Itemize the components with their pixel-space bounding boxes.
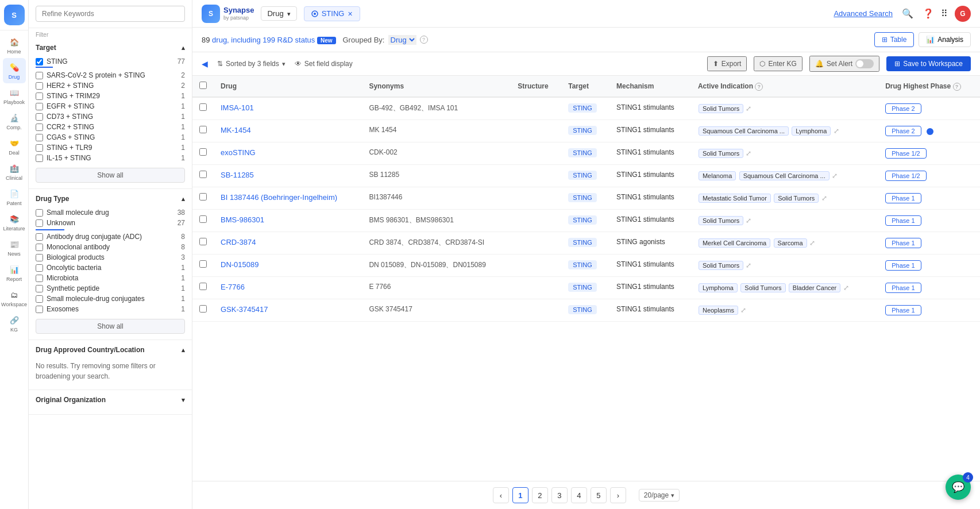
drug-link-8[interactable]: E-7766 [221,283,245,291]
row-checkbox-8[interactable] [199,283,207,290]
help-icon[interactable]: ❓ [923,8,934,19]
drug-type-checkbox-bio[interactable] [36,254,43,261]
expand-indication-icon-9[interactable]: ⤢ [740,306,746,314]
drug-link-7[interactable]: DN-015089 [221,260,259,269]
indication-info-icon[interactable]: ? [755,83,763,91]
per-page-select[interactable]: 20/page [639,489,680,502]
target-checkbox-tlr9[interactable] [36,144,43,152]
advanced-search-link[interactable]: Advanced Search [834,9,893,18]
target-checkbox-sars[interactable] [36,72,43,79]
expand-indication-icon-4[interactable]: ⤢ [821,194,827,202]
expand-indication-icon-6[interactable]: ⤢ [809,239,815,247]
target-checkbox-her2[interactable] [36,82,43,90]
row-checkbox-9[interactable] [199,305,207,313]
drug-type-checkbox-smc[interactable] [36,295,43,303]
nav-kg[interactable]: 🔗 KG [3,311,26,336]
refine-keywords-input[interactable] [36,6,185,22]
drug-type-show-all-button[interactable]: Show all [36,319,185,334]
drug-link-9[interactable]: GSK-3745417 [221,305,268,314]
expand-indication-icon-0[interactable]: ⤢ [746,105,751,113]
drug-type-checkbox-onco[interactable] [36,264,43,272]
drug-link-2[interactable]: exoSTING [221,148,256,157]
nav-news[interactable]: 📰 News [3,235,26,260]
row-checkbox-5[interactable] [199,215,207,223]
page-1-button[interactable]: 1 [512,487,528,503]
nav-comp[interactable]: 🔬 Comp. [3,109,26,134]
nav-report[interactable]: 📊 Report [3,260,26,286]
drug-type-checkbox-adc[interactable] [36,233,43,241]
page-prev-button[interactable]: ‹ [493,487,509,503]
expand-indication-icon-2[interactable]: ⤢ [746,149,751,157]
floating-chat-button[interactable]: 💬 4 [946,475,971,500]
target-checkbox-egfr[interactable] [36,103,43,110]
approved-country-section-header[interactable]: Drug Approved Country/Location [36,346,185,354]
table-view-button[interactable]: ⊞ Table [874,32,915,47]
page-2-button[interactable]: 2 [532,487,548,503]
save-workspace-button[interactable]: ⊞ Save to Workspace [886,56,971,71]
drug-type-checkbox-unknown[interactable] [36,219,43,227]
row-checkbox-0[interactable] [199,103,207,111]
page-4-button[interactable]: 4 [571,487,587,503]
results-rd-link[interactable]: drug, including 199 R&D status [212,36,315,44]
grouped-by-select[interactable]: Drug [388,35,416,45]
row-checkbox-1[interactable] [199,126,207,133]
analysis-view-button[interactable]: 📊 Analysis [919,32,971,47]
sting-tab-close[interactable]: × [348,9,352,18]
target-checkbox-cd73[interactable] [36,113,43,121]
drug-type-checkbox-small[interactable] [36,209,43,217]
search-icon[interactable]: 🔍 [902,8,913,19]
drug-link-6[interactable]: CRD-3874 [221,238,256,246]
original-org-section-header[interactable]: Original Organization [36,396,185,404]
user-avatar[interactable]: G [955,6,971,22]
collapse-panel-button[interactable]: ◀ [202,59,208,68]
nav-workspace[interactable]: 🗂 Workspace [3,286,26,311]
target-checkbox-ccr2[interactable] [36,124,43,131]
set-alert-button[interactable]: 🔔 Set Alert [809,56,879,72]
page-5-button[interactable]: 5 [591,487,607,503]
expand-indication-icon-1[interactable]: ⤢ [834,127,839,135]
target-show-all-button[interactable]: Show all [36,168,185,183]
drug-dropdown[interactable]: Drug [261,6,296,21]
nav-literature[interactable]: 📚 Literature [3,210,26,235]
set-field-display[interactable]: 👁 Set field display [295,60,353,68]
expand-indication-icon-8[interactable]: ⤢ [843,284,849,292]
row-checkbox-3[interactable] [199,171,207,178]
target-section-header[interactable]: Target [36,44,185,52]
expand-indication-icon-7[interactable]: ⤢ [746,261,751,269]
enter-kg-button[interactable]: ⬡ Enter KG [754,56,802,71]
alert-toggle[interactable] [855,59,874,68]
expand-indication-icon-3[interactable]: ⤢ [832,172,838,180]
sorted-by[interactable]: ⇅ Sorted by 3 fields [217,60,285,68]
page-3-button[interactable]: 3 [551,487,568,503]
drug-type-checkbox-synth[interactable] [36,285,43,292]
nav-clinical[interactable]: 🏥 Clinical [3,159,26,184]
page-next-button[interactable]: › [610,487,626,503]
phase-info-icon[interactable]: ? [953,83,961,91]
target-checkbox-sting[interactable] [36,58,43,65]
grouped-by-info-icon[interactable]: ? [420,36,428,44]
drug-link-3[interactable]: SB-11285 [221,171,254,179]
sting-tab[interactable]: STING × [304,6,360,21]
expand-indication-icon-5[interactable]: ⤢ [746,217,751,225]
row-checkbox-7[interactable] [199,260,207,268]
nav-drug[interactable]: 💊 Drug [3,58,26,83]
target-checkbox-trim29[interactable] [36,92,43,100]
app-logo[interactable]: S [4,5,25,25]
drug-link-1[interactable]: MK-1454 [221,126,251,134]
row-checkbox-2[interactable] [199,148,207,156]
drug-link-5[interactable]: BMS-986301 [221,215,264,224]
target-checkbox-il15[interactable] [36,155,43,162]
export-button[interactable]: ⬆ Export [707,56,747,71]
target-checkbox-cgas[interactable] [36,134,43,141]
drug-type-checkbox-mono[interactable] [36,244,43,251]
row-checkbox-4[interactable] [199,193,207,200]
grid-icon[interactable]: ⠿ [941,8,948,19]
drug-link-0[interactable]: IMSA-101 [221,103,254,112]
row-checkbox-6[interactable] [199,238,207,245]
nav-home[interactable]: 🏠 Home [3,33,26,58]
nav-patent[interactable]: 📄 Patent [3,184,26,210]
nav-deal[interactable]: 🤝 Deal [3,134,26,159]
drug-type-checkbox-exo[interactable] [36,306,43,313]
nav-playbook[interactable]: 📖 Playbook [3,83,26,109]
drug-type-checkbox-micro[interactable] [36,275,43,282]
